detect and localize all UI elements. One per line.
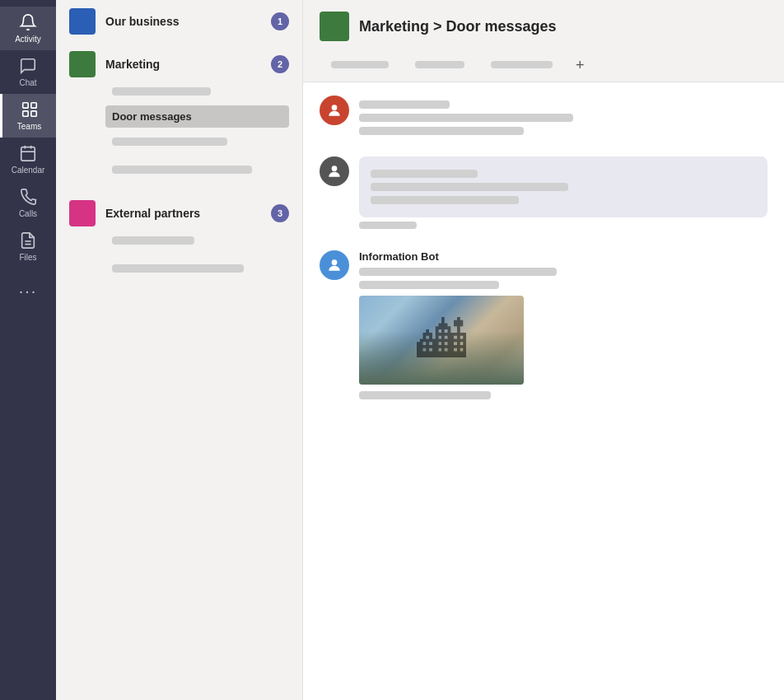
nav-item-files[interactable]: Files [0, 225, 56, 268]
channel-sub2-skeleton [112, 166, 252, 174]
msg3-line2 [359, 281, 499, 289]
badge-our-business: 1 [271, 12, 289, 30]
nav-more[interactable]: ... [0, 268, 56, 307]
svg-point-10 [332, 105, 338, 110]
channel-item-general[interactable] [105, 77, 289, 105]
team-item-marketing[interactable]: Marketing 2 Door messages [56, 43, 302, 192]
channel-general-skeleton [112, 87, 211, 96]
team-icon-marketing [69, 51, 96, 77]
msg1-line2 [359, 127, 524, 135]
msg1-sender-skeleton [359, 100, 450, 109]
nav-item-calls[interactable]: Calls [0, 181, 56, 225]
avatar-1 [320, 96, 349, 125]
team-name-our-business: Our business [105, 15, 261, 28]
nav-item-teams-label: Teams [17, 122, 41, 131]
channel-item-door-messages[interactable]: Door messages [105, 105, 289, 128]
team-icon-our-business [69, 8, 96, 35]
svg-rect-3 [22, 111, 27, 116]
nav-item-activity-label: Activity [15, 35, 41, 44]
team-item-our-business[interactable]: Our business 1 [56, 0, 302, 43]
ep-skeleton-1 [112, 236, 194, 245]
team-item-external-partners[interactable]: External partners 3 [56, 192, 302, 291]
message-content-3: Information Bot [359, 250, 768, 404]
tab-posts[interactable] [320, 49, 400, 82]
msg2-time [359, 222, 417, 229]
message-block-3: Information Bot [320, 250, 768, 404]
svg-rect-0 [22, 103, 27, 108]
team-name-marketing: Marketing [105, 58, 261, 71]
channel-ep-2[interactable] [105, 254, 289, 282]
msg3-image-attachment[interactable] [359, 296, 524, 385]
msg3-line1 [359, 268, 557, 276]
nav-item-activity[interactable]: Activity [0, 7, 56, 50]
channel-icon-box [320, 12, 349, 41]
message-bubble-2 [359, 156, 768, 217]
message-block-2 [320, 156, 768, 234]
svg-point-11 [332, 166, 338, 171]
avatar-3 [320, 250, 349, 280]
tab-add-button[interactable]: + [567, 50, 593, 81]
nav-item-chat[interactable]: Chat [0, 50, 56, 94]
tab-wiki[interactable] [479, 49, 564, 82]
svg-rect-4 [21, 147, 35, 161]
nav-item-teams[interactable]: Teams [0, 94, 56, 138]
message-content-1 [359, 96, 768, 140]
badge-external-partners: 3 [271, 204, 289, 222]
badge-marketing: 2 [271, 55, 289, 73]
channel-sub1-skeleton [112, 138, 227, 146]
tab-bar: + [320, 49, 768, 82]
avatar-2 [320, 156, 349, 186]
messages-area: Information Bot [303, 82, 784, 700]
team-name-external-partners: External partners [105, 207, 261, 220]
channel-item-sub2[interactable] [105, 156, 289, 184]
external-partners-channel-list [69, 226, 289, 282]
nav-item-chat-label: Chat [19, 78, 36, 87]
nav-item-files-label: Files [19, 253, 36, 262]
channel-header: Marketing > Door messages + [303, 0, 784, 82]
channel-title: Marketing > Door messages [359, 18, 557, 35]
teams-panel: Our business 1 Marketing 2 Door messages [56, 0, 303, 700]
tab-files[interactable] [404, 49, 476, 82]
ep-skeleton-2 [112, 264, 244, 273]
msg3-caption-line1 [359, 391, 491, 399]
nav-item-calls-label: Calls [19, 209, 37, 218]
main-content: Marketing > Door messages + [303, 0, 784, 700]
channel-ep-1[interactable] [105, 226, 289, 254]
svg-rect-1 [30, 103, 35, 108]
team-icon-external-partners [69, 200, 96, 226]
msg1-line1 [359, 114, 573, 122]
channel-item-sub1[interactable] [105, 128, 289, 156]
nav-item-calendar[interactable]: Calendar [0, 138, 56, 181]
svg-rect-2 [30, 111, 35, 116]
msg2-line1 [371, 183, 568, 191]
nav-sidebar: Activity Chat Teams Calendar Calls [0, 0, 56, 700]
msg2-line2 [371, 196, 519, 204]
tab-wiki-skeleton [491, 61, 553, 68]
nav-item-calendar-label: Calendar [12, 166, 45, 175]
tab-posts-skeleton [331, 61, 389, 68]
msg2-sender-skeleton [371, 170, 478, 178]
tab-files-skeleton [415, 61, 464, 68]
channel-door-messages-label: Door messages [112, 110, 192, 123]
message-content-2 [359, 156, 768, 234]
message-block-1 [320, 96, 768, 140]
msg3-sender: Information Bot [359, 250, 768, 263]
svg-point-12 [332, 259, 338, 265]
marketing-channel-list: Door messages [69, 77, 289, 184]
